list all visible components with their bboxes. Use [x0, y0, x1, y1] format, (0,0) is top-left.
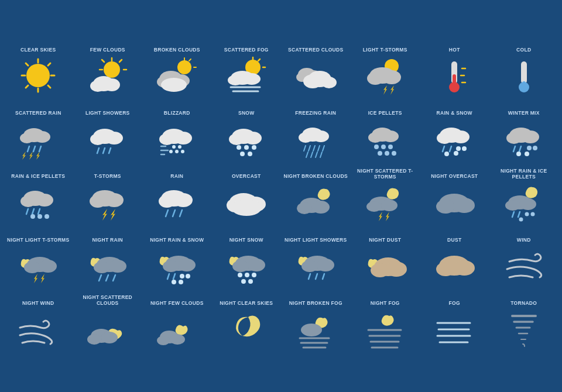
icon-ice-pellets	[362, 119, 409, 160]
cell-night-dust: NIGHT DUST	[352, 229, 419, 290]
cell-wind: WIND	[491, 229, 558, 290]
svg-line-8	[26, 85, 28, 88]
label-night-broken-fog: NIGHT BROKEN FOG	[289, 294, 342, 306]
cell-light-tstorms: LIGHT T-STORMS	[352, 39, 419, 100]
svg-point-44	[382, 70, 401, 84]
svg-point-165	[505, 200, 520, 211]
cell-night-scattered-tstorms: NIGHT SCATTERED T-STORMS	[352, 166, 419, 226]
svg-point-211	[454, 260, 475, 276]
svg-point-89	[248, 152, 252, 156]
svg-line-99	[311, 152, 313, 157]
svg-line-134	[38, 209, 40, 214]
svg-marker-45	[383, 85, 387, 95]
svg-line-167	[512, 212, 514, 217]
svg-line-61	[39, 146, 41, 152]
icon-freezing-rain	[292, 119, 339, 160]
svg-point-216	[157, 336, 170, 345]
svg-marker-176	[41, 274, 44, 283]
icon-rain-ice-pellets	[15, 182, 61, 223]
svg-rect-53	[521, 61, 527, 84]
svg-point-210	[436, 262, 455, 276]
svg-line-180	[99, 275, 101, 281]
svg-line-123	[513, 146, 515, 152]
icon-night-light-tstorms	[15, 245, 61, 286]
svg-point-190	[172, 280, 176, 284]
svg-line-93	[304, 146, 306, 151]
svg-point-173	[24, 262, 40, 273]
svg-point-158	[381, 200, 397, 211]
label-snow: SNOW	[238, 105, 255, 116]
svg-point-197	[252, 273, 256, 277]
label-night-scattered-tstorms: NIGHT SCATTERED T-STORMS	[353, 168, 418, 180]
cell-tornado: TORNADO	[491, 292, 558, 353]
svg-point-122	[522, 130, 539, 143]
icon-winter-mix	[501, 119, 547, 160]
svg-marker-142	[111, 209, 115, 221]
icon-night-rain-snow	[153, 245, 200, 286]
icon-cold	[501, 56, 547, 97]
label-hot: HOT	[449, 42, 460, 53]
svg-point-126	[533, 146, 537, 150]
cell-night-clear-skies: NIGHT CLEAR SKIES	[213, 292, 280, 353]
svg-point-170	[530, 212, 534, 216]
cell-night-overcast: NIGHT OVERCAST	[421, 166, 488, 226]
icon-scattered-clouds	[292, 56, 339, 97]
label-night-broken-clouds: NIGHT BROKEN CLOUDS	[283, 168, 348, 180]
svg-point-157	[366, 201, 382, 212]
svg-point-25	[161, 78, 187, 92]
svg-point-85	[237, 145, 241, 150]
svg-point-217	[170, 334, 185, 345]
label-light-showers: LIGHT SHOWERS	[85, 105, 130, 116]
label-scattered-fog: SCATTERED FOG	[224, 42, 269, 53]
icon-night-rain-ice-pellets	[501, 182, 547, 223]
svg-point-58	[34, 131, 50, 143]
icon-scattered-fog	[223, 56, 270, 97]
icon-dust	[431, 245, 478, 286]
icon-night-snow	[223, 245, 270, 286]
svg-line-168	[518, 212, 520, 217]
svg-point-16	[90, 80, 105, 92]
cell-broken-clouds: BROKEN CLOUDS	[143, 39, 211, 100]
svg-point-171	[519, 217, 523, 221]
svg-point-86	[244, 145, 249, 150]
label-night-light-tstorms: NIGHT LIGHT T-STORMS	[7, 231, 69, 243]
svg-point-136	[37, 214, 42, 219]
cell-rain: RAIN	[143, 166, 211, 226]
icon-rain	[153, 182, 200, 223]
svg-point-198	[241, 279, 246, 284]
icon-clear-skies	[15, 56, 61, 97]
svg-point-130	[20, 195, 36, 207]
svg-line-186	[167, 274, 169, 279]
label-winter-mix: WINTER MIX	[508, 105, 540, 116]
svg-point-32	[243, 73, 261, 85]
label-overcast: OVERCAST	[232, 168, 261, 180]
svg-point-66	[90, 133, 105, 145]
label-light-tstorms: LIGHT T-STORMS	[363, 42, 407, 53]
svg-line-69	[103, 148, 105, 153]
svg-point-107	[388, 145, 393, 149]
svg-point-87	[252, 145, 256, 150]
svg-point-40	[321, 77, 337, 88]
svg-line-98	[306, 152, 308, 157]
svg-point-39	[303, 74, 322, 88]
cell-night-wind: NIGHT WIND	[5, 292, 72, 353]
cell-overcast: OVERCAST	[213, 166, 280, 226]
icon-broken-clouds	[153, 56, 200, 97]
svg-rect-55	[522, 81, 526, 87]
svg-point-178	[94, 262, 110, 273]
cell-light-showers: LIGHT SHOWERS	[74, 102, 142, 163]
label-wind: WIND	[517, 231, 531, 243]
svg-line-115	[450, 146, 451, 152]
svg-rect-49	[453, 74, 456, 86]
svg-marker-62	[22, 152, 26, 160]
svg-line-100	[316, 152, 317, 157]
icon-wind	[501, 245, 547, 286]
svg-point-108	[378, 151, 382, 156]
svg-line-124	[519, 146, 521, 152]
svg-marker-159	[379, 212, 382, 221]
svg-point-125	[527, 146, 532, 150]
weather-grid: CLEAR SKIES FEW CLOUDS	[0, 33, 562, 359]
svg-point-106	[381, 145, 386, 149]
icon-night-fog	[362, 308, 409, 349]
cell-night-few-clouds: NIGHT FEW CLOUDS	[143, 292, 211, 353]
